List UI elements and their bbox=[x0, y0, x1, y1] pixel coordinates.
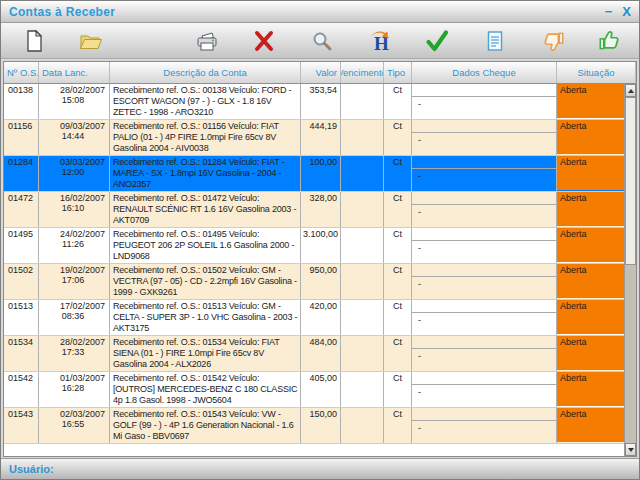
column-header-os[interactable]: Nº O.S. bbox=[4, 62, 39, 83]
search-icon bbox=[310, 29, 334, 53]
app-window: Contas à Receber − X bbox=[0, 0, 640, 480]
open-button[interactable] bbox=[76, 26, 106, 56]
cheque-value: - bbox=[412, 133, 556, 145]
situacao-label: Aberta bbox=[557, 192, 624, 203]
table-row[interactable]: 01513 17/02/2007 08:36 Recebimento ref. … bbox=[4, 300, 624, 336]
arrow-down-icon bbox=[628, 448, 634, 452]
table-row[interactable]: 01534 28/02/2007 17:33 Recebimento ref. … bbox=[4, 336, 624, 372]
cell-dados-cheque: - bbox=[412, 336, 557, 371]
column-header-dados-cheque[interactable]: Dados Cheque bbox=[412, 62, 557, 83]
cell-time: 08:36 bbox=[41, 311, 105, 321]
cell-time: 17:06 bbox=[41, 275, 105, 285]
cell-vencimento bbox=[341, 372, 384, 407]
cell-vencimento bbox=[341, 264, 384, 299]
close-button[interactable]: X bbox=[622, 5, 631, 18]
titlebar-buttons: − X bbox=[605, 5, 631, 18]
column-header-data-lanc[interactable]: Data Lanc. bbox=[39, 62, 110, 83]
check-icon bbox=[424, 28, 450, 54]
cell-tipo: Ct bbox=[384, 120, 412, 155]
table-row[interactable]: 01284 03/03/2007 12:00 Recebimento ref. … bbox=[4, 156, 624, 192]
cell-data-lanc: 28/02/2007 17:33 bbox=[39, 336, 110, 371]
cell-date: 28/02/2007 bbox=[41, 85, 105, 95]
cheque-value: - bbox=[412, 205, 556, 217]
column-header-valor[interactable]: Valor bbox=[301, 62, 341, 83]
search-button[interactable] bbox=[307, 26, 337, 56]
column-header-descricao[interactable]: Descrição da Conta bbox=[110, 62, 301, 83]
cell-tipo: Ct bbox=[384, 192, 412, 227]
bank-button[interactable]: H bbox=[365, 26, 395, 56]
new-document-icon bbox=[22, 29, 46, 53]
cell-tipo: Ct bbox=[384, 336, 412, 371]
table-row[interactable]: 01495 24/02/2007 11:26 Recebimento ref. … bbox=[4, 228, 624, 264]
cell-date: 01/03/2007 bbox=[41, 373, 105, 383]
delete-x-icon bbox=[252, 29, 276, 53]
situacao-label: Aberta bbox=[557, 336, 624, 347]
cell-dados-cheque: - bbox=[412, 120, 557, 155]
accounts-grid: Nº O.S. Data Lanc. Descrição da Conta Va… bbox=[3, 61, 637, 457]
situacao-label: Aberta bbox=[557, 84, 624, 95]
table-row[interactable]: 01543 02/03/2007 16:55 Recebimento ref. … bbox=[4, 408, 624, 444]
cheque-upper-line bbox=[412, 408, 556, 421]
cell-tipo: Ct bbox=[384, 228, 412, 263]
cell-situacao: Aberta bbox=[557, 192, 624, 227]
cell-os: 01156 bbox=[4, 120, 39, 155]
situacao-label: Aberta bbox=[557, 300, 624, 311]
reject-button[interactable] bbox=[538, 26, 568, 56]
grid-rows: 00138 28/02/2007 15:08 Recebimento ref. … bbox=[4, 84, 624, 456]
scroll-down-button[interactable] bbox=[625, 443, 636, 456]
arrow-up-icon bbox=[628, 89, 634, 93]
delete-button[interactable] bbox=[249, 26, 279, 56]
statusbar: Usuário: bbox=[1, 458, 639, 479]
table-row[interactable]: 01156 09/03/2007 14:44 Recebimento ref. … bbox=[4, 120, 624, 156]
cell-valor: 150,00 bbox=[301, 408, 341, 443]
cell-descricao: Recebimento ref. O.S.: 01534 Veículo: FI… bbox=[110, 336, 301, 371]
new-button[interactable] bbox=[19, 26, 49, 56]
situacao-label: Aberta bbox=[557, 228, 624, 239]
vertical-scrollbar[interactable] bbox=[624, 84, 636, 456]
table-row[interactable]: 01542 01/03/2007 16:28 Recebimento ref. … bbox=[4, 372, 624, 408]
column-header-vencimento[interactable]: Vencimento bbox=[341, 62, 384, 83]
table-row[interactable]: 01502 19/02/2007 17:06 Recebimento ref. … bbox=[4, 264, 624, 300]
approve-button[interactable] bbox=[595, 26, 625, 56]
scroll-up-button[interactable] bbox=[625, 84, 636, 97]
minimize-button[interactable]: − bbox=[605, 5, 613, 18]
scrollbar-track[interactable] bbox=[625, 265, 636, 443]
table-row[interactable]: 00138 28/02/2007 15:08 Recebimento ref. … bbox=[4, 84, 624, 120]
cell-situacao: Aberta bbox=[557, 372, 624, 407]
cell-date: 17/02/2007 bbox=[41, 301, 105, 311]
cell-os: 00138 bbox=[4, 84, 39, 119]
cell-data-lanc: 01/03/2007 16:28 bbox=[39, 372, 110, 407]
cell-valor: 444,19 bbox=[301, 120, 341, 155]
cell-vencimento bbox=[341, 228, 384, 263]
cell-descricao: Recebimento ref. O.S.: 01542 Veículo: [O… bbox=[110, 372, 301, 407]
cell-valor: 353,54 bbox=[301, 84, 341, 119]
cell-valor: 3.100,00 bbox=[301, 228, 341, 263]
situacao-label: Aberta bbox=[557, 408, 624, 419]
cell-vencimento bbox=[341, 156, 384, 191]
cell-situacao: Aberta bbox=[557, 336, 624, 371]
cell-dados-cheque: - bbox=[412, 372, 557, 407]
confirm-button[interactable] bbox=[422, 26, 452, 56]
cell-date: 24/02/2007 bbox=[41, 229, 105, 239]
column-header-tipo[interactable]: Tipo bbox=[384, 62, 412, 83]
cell-dados-cheque: - bbox=[412, 300, 557, 335]
cheque-upper-line bbox=[412, 300, 556, 313]
report-button[interactable] bbox=[480, 26, 510, 56]
cell-vencimento bbox=[341, 408, 384, 443]
cell-descricao: Recebimento ref. O.S.: 01495 Veículo: PE… bbox=[110, 228, 301, 263]
cheque-value: - bbox=[412, 385, 556, 397]
print-button[interactable] bbox=[192, 26, 222, 56]
cheque-value: - bbox=[412, 313, 556, 325]
cell-dados-cheque: - bbox=[412, 228, 557, 263]
cell-date: 02/03/2007 bbox=[41, 409, 105, 419]
cell-os: 01513 bbox=[4, 300, 39, 335]
cell-time: 11:26 bbox=[41, 239, 105, 249]
cell-os: 01543 bbox=[4, 408, 39, 443]
table-row[interactable]: 01472 16/02/2007 16:10 Recebimento ref. … bbox=[4, 192, 624, 228]
cell-data-lanc: 03/03/2007 12:00 bbox=[39, 156, 110, 191]
cell-os: 01495 bbox=[4, 228, 39, 263]
scrollbar-thumb[interactable] bbox=[625, 97, 636, 265]
cell-time: 14:44 bbox=[41, 131, 105, 141]
grid-body: 00138 28/02/2007 15:08 Recebimento ref. … bbox=[4, 84, 636, 456]
column-header-situacao[interactable]: Situação bbox=[557, 62, 636, 83]
